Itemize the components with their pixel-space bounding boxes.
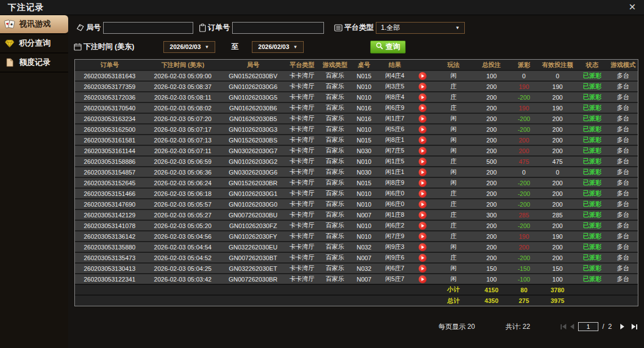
sidebar-item-video-games[interactable]: ♥ ♠ 视讯游戏	[0, 15, 68, 34]
cell-game_mode: 多台	[608, 263, 638, 274]
replay-play-icon[interactable]	[419, 265, 427, 273]
search-button[interactable]: 查询	[370, 41, 406, 53]
cell-game_type: 百家乐	[319, 209, 351, 220]
cell-bet_time: 2026-02-03 05:05:27	[144, 209, 221, 220]
page-number-input[interactable]	[578, 322, 598, 331]
platform-type-label: 平台类型	[344, 23, 374, 33]
cell-round_id: GN010262030FY	[221, 231, 285, 242]
play-triangle	[421, 85, 424, 88]
cell-play_method: 闲	[433, 274, 474, 284]
replay-play-icon[interactable]	[419, 243, 427, 251]
cell-replay	[412, 135, 433, 145]
cell-bet_time: 2026-02-03 05:07:17	[144, 124, 221, 135]
play-triangle	[421, 267, 424, 270]
cell-payout: 190	[509, 231, 539, 242]
total-status	[576, 295, 609, 306]
cell-game_mode: 多台	[608, 274, 638, 284]
next-page-button[interactable]	[620, 324, 624, 329]
replay-play-icon[interactable]	[419, 200, 427, 208]
total-total_bet: 4350	[474, 295, 509, 306]
subtotal-round_id	[221, 284, 285, 295]
cell-total_bet: 200	[474, 199, 509, 209]
filter-row-2: 下注时间 (美东) 2026/02/03 ▼ 至 2026/02/03 ▼ 查询	[76, 37, 638, 56]
prev-page-button[interactable]	[570, 324, 574, 329]
round-number-label: 局号	[86, 23, 101, 33]
cell-play_method: 庄	[433, 231, 474, 242]
cell-valid_bet: 200	[539, 135, 576, 145]
cell-platform_type: 卡卡湾厅	[285, 81, 319, 92]
cell-total_bet: 200	[474, 231, 509, 242]
cell-valid_bet: 200	[539, 92, 576, 102]
order-number-input[interactable]	[232, 22, 324, 34]
cell-table_no: N010	[351, 156, 377, 167]
cell-round_id: GN010262030G6	[221, 81, 285, 92]
close-icon[interactable]: ✕	[629, 3, 636, 12]
replay-play-icon[interactable]	[419, 190, 427, 198]
replay-play-icon[interactable]	[419, 147, 427, 155]
cell-platform_type: 卡卡湾厅	[285, 274, 319, 284]
replay-play-icon[interactable]	[419, 158, 427, 166]
cell-valid_bet: 150	[539, 263, 576, 274]
cell-status: 已派彩	[576, 167, 609, 177]
last-page-button[interactable]	[632, 324, 637, 329]
cell-valid_bet: 0	[539, 167, 576, 177]
replay-play-icon[interactable]	[419, 136, 427, 144]
replay-play-icon[interactable]	[419, 179, 427, 187]
replay-play-icon[interactable]	[419, 233, 427, 240]
cell-order_id: 260203053151466	[75, 188, 144, 199]
replay-play-icon[interactable]	[419, 275, 427, 283]
replay-play-icon[interactable]	[419, 126, 427, 133]
cell-game_type: 百家乐	[319, 177, 351, 188]
table-row: 2602030531632342026-02-03 05:07:20GN0162…	[75, 113, 638, 124]
platform-type-select[interactable]: 1.全部 ▼	[376, 22, 465, 34]
cell-order_id: 260203053147690	[75, 199, 144, 209]
replay-play-icon[interactable]	[419, 254, 427, 262]
cell-total_bet: 200	[474, 167, 509, 177]
cell-round_id: GN010262030G2	[221, 156, 285, 167]
cell-payout: -150	[509, 263, 539, 274]
replay-play-icon[interactable]	[419, 222, 427, 230]
table-row: 2602030531421292026-02-03 05:05:27GN0072…	[75, 209, 638, 220]
subtotal-status	[576, 284, 609, 295]
date-from-value: 2026/02/03	[170, 43, 201, 50]
search-button-label: 查询	[385, 42, 400, 52]
round-number-input[interactable]	[103, 22, 193, 34]
cell-round_id: GN007262030BU	[221, 209, 285, 220]
cell-replay	[412, 102, 433, 113]
cell-valid_bet: 190	[539, 231, 576, 242]
play-triangle	[421, 128, 424, 131]
cell-order_id: 260203053154857	[75, 167, 144, 177]
cell-replay	[412, 124, 433, 135]
subtotal-total_bet: 4150	[474, 284, 509, 295]
replay-play-icon[interactable]	[419, 83, 427, 91]
column-header-platform_type: 平台类型	[285, 60, 319, 70]
chevron-down-icon: ▼	[293, 44, 297, 50]
cell-status: 已派彩	[576, 135, 609, 145]
cell-platform_type: 卡卡湾厅	[285, 177, 319, 188]
sidebar-item-quota-records[interactable]: 额度记录	[0, 53, 68, 73]
cell-result: 闲8庄9	[377, 177, 412, 188]
replay-play-icon[interactable]	[419, 168, 427, 176]
date-to-select[interactable]: 2026/02/03 ▼	[252, 41, 304, 53]
replay-play-icon[interactable]	[419, 211, 427, 219]
cell-valid_bet: 190	[539, 81, 576, 92]
replay-play-icon[interactable]	[419, 104, 427, 112]
cell-replay	[412, 156, 433, 167]
play-triangle	[421, 224, 424, 227]
replay-play-icon[interactable]	[419, 93, 427, 101]
sidebar-item-points-query[interactable]: 积分查询	[0, 34, 68, 53]
page-divider: /	[602, 323, 604, 331]
play-triangle	[421, 235, 424, 238]
cell-status: 已派彩	[576, 156, 609, 167]
cell-replay	[412, 177, 433, 188]
total-platform_type	[285, 295, 319, 306]
replay-play-icon[interactable]	[419, 72, 427, 80]
cell-round_id: GN010262030G5	[221, 92, 285, 102]
play-triangle	[421, 278, 424, 281]
first-page-button[interactable]	[561, 324, 566, 329]
cell-result: 闲6庄0	[377, 199, 412, 209]
column-header-round_id: 局号	[221, 60, 285, 70]
date-from-select[interactable]: 2026/02/03 ▼	[163, 41, 215, 53]
replay-play-icon[interactable]	[419, 115, 427, 123]
cell-result: 闲7庄9	[377, 231, 412, 242]
